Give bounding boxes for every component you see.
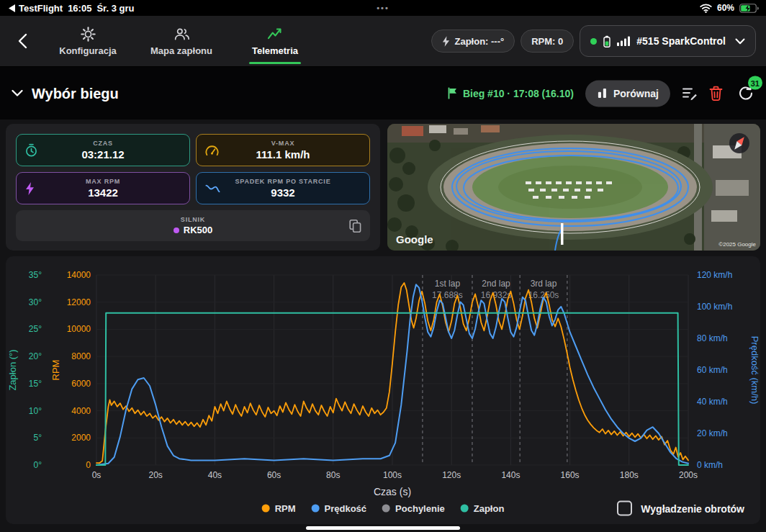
chart-footer: RPMPrędkośćPochylenieZapłon Wygładzenie … [6,498,760,518]
x-tick: 200s [679,470,698,480]
ignition-tick: 30° [29,297,42,307]
rpm-tick: 4000 [71,406,91,416]
tab-telemetria[interactable]: Telemetria [233,16,317,66]
chevron-left-icon [17,33,27,49]
rpm-tick: 8000 [71,351,91,361]
edit-list-icon [682,86,698,101]
map-panel[interactable]: Google ©2025 Google [387,124,760,251]
compare-label: Porównaj [613,88,659,99]
back-button[interactable] [12,30,33,52]
x-tick: 20s [149,470,163,480]
battery-icon [739,4,759,13]
edit-run-list-button[interactable] [682,86,698,101]
device-name: #515 SparkControl [636,35,726,47]
bolt-icon [25,182,35,195]
engine-value: RK500 [184,225,212,235]
device-battery-icon [603,35,610,48]
app-screen: TestFlight 16:05 Śr. 3 gru ••• 60% [0,0,766,532]
run-stats-panel: CZAS03:21.12V-MAX111.1 km/hMAX RPM13422S… [6,124,380,251]
flag-icon [448,88,457,99]
tab-bar: Konfiguracja Mapa zapłonu Telemetria [46,16,317,66]
tab-label: Konfiguracja [59,45,116,56]
speed-tick: 100 km/h [697,302,732,312]
telemetry-chart[interactable]: 1st lap17.688s2nd lap16.932s3rd lap16.25… [6,256,760,501]
rpm-status-text: RPM: 0 [531,36,563,47]
stat-card-czas: CZAS03:21.12 [16,134,190,166]
x-tick: 80s [326,470,340,480]
rpm-drop-icon [205,184,220,194]
speed-axis-label: Prędkość (km/h) [749,336,760,405]
compass-icon[interactable] [729,133,749,153]
delete-run-button[interactable] [709,86,723,101]
speed-tick: 0 km/h [697,460,723,470]
smoothing-checkbox[interactable] [617,501,632,516]
status-date: Śr. 3 gru [96,3,134,14]
stat-card-vmax: V-MAX111.1 km/h [196,134,370,166]
multitask-indicator[interactable]: ••• [377,0,389,16]
trash-icon [709,86,723,101]
gauge-icon [205,145,219,156]
lap-label: 1st lap [435,279,461,289]
active-tab-underline [249,62,301,64]
tab-label: Mapa zapłonu [150,45,212,56]
smoothing-label: Wygładzenie obrotów [641,502,744,514]
chevron-down-icon [12,90,23,97]
rpm-tick: 6000 [71,379,91,389]
stat-label: MAX RPM [86,178,120,185]
device-connected-dot [590,38,597,45]
signal-bars-icon [617,36,630,46]
gear-icon [81,27,96,42]
x-tick: 0s [92,470,102,480]
ignition-status-pill: Zapłon: ---° [431,30,515,53]
ignition-tick: 35° [29,270,42,280]
map-provider-logo: Google [396,233,433,245]
ignition-tick: 5° [34,433,42,443]
stat-card-spadek: SPADEK RPM PO STARCIE9332 [196,172,370,204]
x-tick: 100s [383,470,402,480]
tab-mapa-zaplonu[interactable]: Mapa zapłonu [140,16,223,66]
legend-item-rpm[interactable]: RPM [262,503,296,514]
telemetry-chart-panel: 1st lap17.688s2nd lap16.932s3rd lap16.25… [6,256,760,524]
legend-item-zapłon[interactable]: Zapłon [461,503,505,514]
legend-item-pochylenie[interactable]: Pochylenie [382,503,445,514]
home-indicator[interactable] [306,526,460,530]
compare-button[interactable]: Porównaj [585,80,670,107]
rpm-status-pill: RPM: 0 [521,30,574,53]
selected-run-label: Bieg #10 · 17:08 (16.10) [463,88,574,99]
selected-run-pill[interactable]: Bieg #10 · 17:08 (16.10) [448,80,574,107]
lap-time: 16.932s [481,290,512,300]
lap-label: 3rd lap [531,279,557,289]
run-selection-bar: Wybór biegu Bieg #10 · 17:08 (16.10) Por… [0,67,766,120]
x-tick: 40s [208,470,222,480]
satellite-map[interactable]: Google ©2025 Google [387,124,760,251]
lap-label: 2nd lap [482,279,510,289]
speed-tick: 60 km/h [697,365,728,375]
sync-count-badge: 31 [748,76,762,90]
engine-bar: SILNIK RK500 [16,210,370,241]
ignition-tick: 25° [29,324,42,334]
collapse-run-picker-button[interactable] [12,90,23,97]
stat-card-maxrpm: MAX RPM13422 [16,172,190,204]
people-icon [174,27,190,42]
stat-value: 9332 [271,186,294,199]
section-title: Wybór biegu [32,85,119,102]
ignition-tick: 20° [29,351,42,361]
stat-label: V-MAX [271,140,295,147]
stat-value: 111.1 km/h [256,148,310,161]
rpm-axis-label: RPM [50,360,61,381]
compare-icon [597,88,608,99]
legend-item-prędkość[interactable]: Prędkość [312,503,367,514]
copy-engine-button[interactable] [349,219,361,233]
device-selector[interactable]: #515 SparkControl [580,25,756,57]
stat-value: 03:21.12 [81,148,124,161]
speed-tick: 80 km/h [697,333,728,343]
sync-refresh-button[interactable]: 31 [737,85,754,102]
battery-percentage: 60% [717,3,734,13]
top-navigation-bar: Konfiguracja Mapa zapłonu Telemetria [0,16,766,67]
x-tick: 160s [561,470,580,480]
ignition-tick: 0° [34,460,42,470]
back-to-app-link[interactable]: TestFlight [9,3,63,14]
tab-konfiguracja[interactable]: Konfiguracja [46,16,130,66]
bolt-icon [442,36,450,47]
smoothing-toggle[interactable]: Wygładzenie obrotów [617,501,744,516]
